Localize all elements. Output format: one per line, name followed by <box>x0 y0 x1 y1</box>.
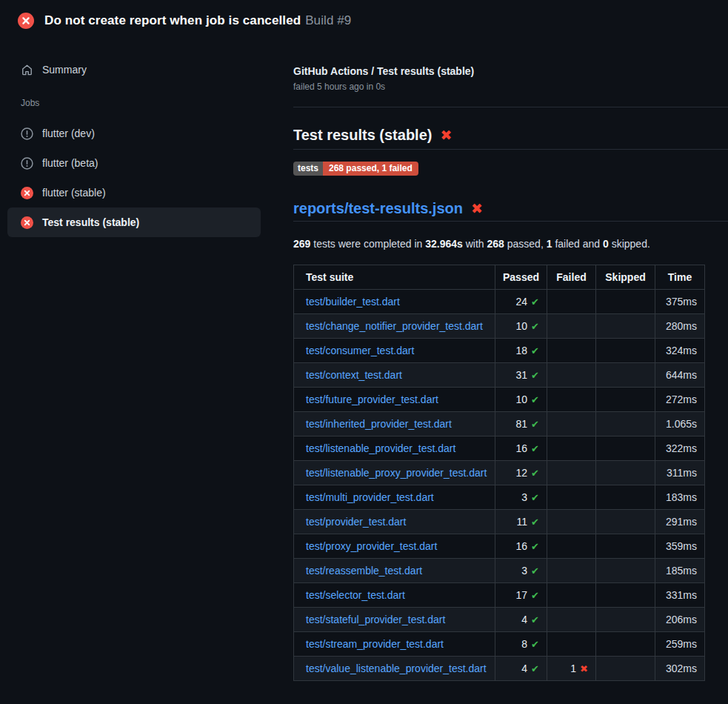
check-icon: ✔ <box>531 321 539 332</box>
summary-segment: 269 <box>293 238 310 250</box>
failed-x-icon: ✖ <box>440 128 452 142</box>
check-icon: ✔ <box>531 517 539 528</box>
column-header-skipped: Skipped <box>596 265 655 290</box>
suite-link[interactable]: test/inherited_provider_test.dart <box>306 418 452 430</box>
passed-cell: 16✔ <box>495 534 547 559</box>
suite-link[interactable]: test/selector_test.dart <box>306 589 405 601</box>
sidebar: Summary Jobs flutter (dev)flutter (beta)… <box>0 41 281 237</box>
time-cell: 206ms <box>655 608 705 632</box>
suite-link[interactable]: test/stateful_provider_test.dart <box>306 614 445 625</box>
table-row: test/provider_test.dart11✔291ms <box>294 510 705 534</box>
check-icon: ✔ <box>531 419 539 430</box>
sidebar-item-flutter-beta[interactable]: flutter (beta) <box>7 148 261 178</box>
sidebar-item-label: flutter (stable) <box>42 187 106 199</box>
sidebar-item-label: Test results (stable) <box>42 216 139 228</box>
failed-cell <box>547 632 596 657</box>
table-header-row: Test suitePassedFailedSkippedTime <box>294 265 705 290</box>
passed-cell: 10✔ <box>495 314 547 339</box>
report-link[interactable]: reports/test-results.json <box>293 200 463 217</box>
column-header-time: Time <box>655 265 705 290</box>
jobs-list: flutter (dev)flutter (beta)flutter (stab… <box>7 119 281 237</box>
passed-cell-count: 17 <box>516 589 528 601</box>
summary-segment: 1 <box>547 238 552 250</box>
skipped-cell <box>596 388 655 412</box>
sidebar-item-test-results-stable[interactable]: Test results (stable) <box>7 207 261 237</box>
suite-link[interactable]: test/reassemble_test.dart <box>306 565 422 577</box>
check-icon: ✔ <box>531 468 539 479</box>
column-header-test-suite: Test suite <box>294 265 495 290</box>
suite-link[interactable]: test/builder_test.dart <box>306 296 400 308</box>
skipped-cell <box>596 436 655 461</box>
suite-link[interactable]: test/value_listenable_provider_test.dart <box>306 663 487 674</box>
section-heading-text: Test results (stable) <box>293 127 432 144</box>
table-row: test/stateful_provider_test.dart4✔206ms <box>294 608 705 632</box>
check-icon: ✔ <box>531 492 539 503</box>
passed-cell: 17✔ <box>495 583 547 608</box>
column-header-failed: Failed <box>547 265 596 290</box>
failed-cell <box>547 485 596 510</box>
suite-link[interactable]: test/context_test.dart <box>306 369 402 381</box>
suite-link[interactable]: test/provider_test.dart <box>306 516 406 528</box>
suite-cell: test/stateful_provider_test.dart <box>294 608 495 632</box>
passed-cell: 4✔ <box>495 657 547 681</box>
time-cell: 375ms <box>655 290 705 314</box>
passed-cell-count: 12 <box>516 467 528 479</box>
section-heading: Test results (stable) ✖ <box>293 127 728 150</box>
suite-link[interactable]: test/stream_provider_test.dart <box>306 638 444 650</box>
table-row: test/change_notifier_provider_test.dart1… <box>294 314 705 339</box>
suite-link[interactable]: test/listenable_provider_test.dart <box>306 442 455 454</box>
table-row: test/listenable_provider_test.dart16✔322… <box>294 436 705 461</box>
suite-cell: test/future_provider_test.dart <box>294 388 495 412</box>
skipped-cell <box>596 657 655 681</box>
time-cell: 331ms <box>655 583 705 608</box>
passed-cell: 31✔ <box>495 363 547 388</box>
passed-cell: 3✔ <box>495 485 547 510</box>
sidebar-item-summary[interactable]: Summary <box>7 59 261 80</box>
table-row: test/reassemble_test.dart3✔185ms <box>294 559 705 583</box>
suite-link[interactable]: test/proxy_provider_test.dart <box>306 540 437 552</box>
suite-link[interactable]: test/change_notifier_provider_test.dart <box>306 320 483 332</box>
failed-cell <box>547 339 596 363</box>
passed-cell-count: 10 <box>516 393 528 405</box>
skipped-cell <box>596 534 655 559</box>
skipped-cell <box>596 583 655 608</box>
breadcrumb: GitHub Actions / Test results (stable) <box>293 65 728 77</box>
skipped-cell <box>596 290 655 314</box>
skipped-cell <box>596 314 655 339</box>
table-row: test/inherited_provider_test.dart81✔1.06… <box>294 412 705 436</box>
suite-link[interactable]: test/multi_provider_test.dart <box>306 491 434 503</box>
time-cell: 183ms <box>655 485 705 510</box>
suite-cell: test/multi_provider_test.dart <box>294 485 495 510</box>
passed-cell: 10✔ <box>495 388 547 412</box>
divider <box>293 107 728 107</box>
failed-cell <box>547 559 596 583</box>
skipped-cell <box>596 485 655 510</box>
home-icon <box>21 64 33 76</box>
table-row: test/listenable_proxy_provider_test.dart… <box>294 461 705 485</box>
table-row: test/context_test.dart31✔644ms <box>294 363 705 388</box>
time-cell: 644ms <box>655 363 705 388</box>
passed-cell-count: 11 <box>517 516 528 528</box>
suite-link[interactable]: test/future_provider_test.dart <box>306 393 438 405</box>
sidebar-item-label: flutter (dev) <box>42 127 95 139</box>
page-header: Do not create report when job is cancell… <box>0 0 728 41</box>
failed-x-icon: ✖ <box>471 202 483 216</box>
sidebar-item-flutter-dev[interactable]: flutter (dev) <box>7 119 261 148</box>
suite-link[interactable]: test/consumer_test.dart <box>306 345 414 356</box>
failed-cell <box>547 436 596 461</box>
report-heading: reports/test-results.json ✖ <box>293 200 728 222</box>
passed-cell: 11✔ <box>495 510 547 534</box>
check-icon: ✔ <box>531 614 539 625</box>
suite-link[interactable]: test/listenable_proxy_provider_test.dart <box>306 467 487 479</box>
passed-cell-count: 24 <box>516 296 528 308</box>
suite-cell: test/provider_test.dart <box>294 510 495 534</box>
sidebar-item-flutter-stable[interactable]: flutter (stable) <box>7 178 261 207</box>
main-content: GitHub Actions / Test results (stable) f… <box>281 41 728 681</box>
suite-cell: test/listenable_provider_test.dart <box>294 436 495 461</box>
skipped-cell <box>596 461 655 485</box>
failed-cell-count: 1 <box>570 663 576 674</box>
summary-segment: 32.964s <box>425 238 463 250</box>
passed-cell-count: 81 <box>516 418 528 430</box>
failed-cell <box>547 290 596 314</box>
suite-cell: test/builder_test.dart <box>294 290 495 314</box>
